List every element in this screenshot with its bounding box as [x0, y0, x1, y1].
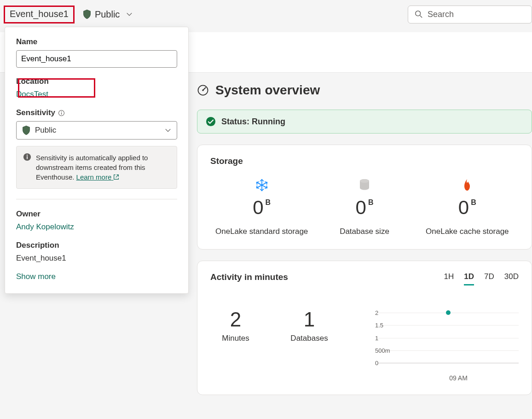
status-banner: Status: Running [197, 110, 532, 134]
storage-value: 0 [253, 197, 263, 219]
sensitivity-value: Public [35, 126, 56, 135]
activity-minutes-stat: 2 Minutes [210, 308, 261, 343]
svg-point-15 [360, 179, 369, 183]
sensitivity-label: Public [95, 9, 120, 20]
owner-field-label: Owner [16, 210, 177, 219]
svg-rect-7 [27, 156, 28, 159]
storage-value: 0 [356, 197, 366, 219]
owner-link[interactable]: Andy Kopelowitz [16, 222, 177, 232]
snowflake-icon [255, 179, 268, 192]
info-icon[interactable] [58, 110, 65, 116]
sensitivity-field-label: Sensitivity [16, 108, 177, 117]
name-input[interactable] [16, 50, 177, 68]
storage-database-size: 0B Database size [313, 178, 416, 236]
stat-value: 2 [210, 308, 261, 331]
range-tab-1d[interactable]: 1D [464, 272, 474, 285]
chevron-down-icon [165, 127, 171, 134]
chevron-down-icon [126, 11, 133, 17]
location-field-label: Location [16, 77, 177, 86]
shield-icon [83, 9, 91, 19]
search-icon [415, 10, 423, 18]
activity-databases-stat: 1 Databases [284, 308, 335, 343]
panel-divider [16, 199, 177, 199]
stat-value: 1 [284, 308, 335, 331]
sensitivity-info-box: Sensitivity is automatically applied to … [16, 146, 177, 189]
storage-value: 0 [458, 197, 469, 219]
main-content: System overview Status: Running Storage [197, 83, 532, 406]
storage-card: Storage 0B OneLa [197, 145, 532, 250]
svg-point-9 [202, 89, 204, 91]
storage-unit: B [368, 198, 374, 206]
check-circle-icon [206, 116, 216, 127]
activity-card: Activity in minutes 1H 1D 7D 30D 2 Minut… [197, 261, 532, 395]
properties-panel: Name Location DocsTest Sensitivity Publi… [5, 27, 189, 294]
range-tab-1h[interactable]: 1H [444, 272, 454, 285]
chart-plot-area: 2 1.5 1 500m 0 [378, 313, 519, 363]
status-text: Status: Running [221, 117, 285, 127]
svg-line-1 [420, 16, 422, 18]
range-tab-7d[interactable]: 7D [484, 272, 494, 285]
storage-label: OneLake standard storage [210, 227, 313, 236]
shield-icon [22, 125, 30, 135]
activity-title: Activity in minutes [210, 272, 288, 282]
storage-onelake-standard: 0B OneLake standard storage [210, 178, 313, 236]
storage-unit: B [471, 198, 476, 206]
search-placeholder: Search [428, 10, 454, 19]
learn-more-link[interactable]: Learn more [76, 173, 120, 181]
description-field-label: Description [16, 241, 177, 250]
svg-point-10 [206, 117, 215, 126]
svg-point-0 [416, 11, 421, 16]
storage-label: Database size [313, 227, 416, 236]
chart-point [446, 310, 451, 315]
storage-unit: B [266, 198, 271, 206]
description-value: Event_house1 [16, 254, 177, 263]
external-link-icon [113, 174, 119, 180]
eventhouse-title[interactable]: Event_house1 [4, 6, 75, 23]
range-tab-30d[interactable]: 30D [504, 272, 519, 285]
svg-rect-4 [61, 112, 62, 115]
stat-label: Minutes [210, 334, 261, 343]
x-tick: 09 AM [449, 374, 468, 382]
storage-label: OneLake cache storage [416, 227, 519, 236]
location-link[interactable]: DocsTest [16, 90, 177, 99]
name-field-label: Name [16, 37, 177, 47]
top-bar: Event_house1 Public Search [0, 0, 532, 29]
overview-title: System overview [215, 83, 320, 98]
activity-chart: 2 1.5 1 500m 0 09 AM [358, 308, 519, 382]
gauge-icon [197, 84, 209, 96]
search-input[interactable]: Search [408, 6, 532, 23]
flame-icon [462, 179, 472, 192]
sensitivity-dropdown[interactable]: Public [83, 9, 133, 20]
time-range-tabs: 1H 1D 7D 30D [444, 272, 519, 285]
info-icon [23, 153, 31, 161]
svg-point-6 [27, 155, 28, 156]
sensitivity-select[interactable]: Public [16, 121, 177, 140]
stat-label: Databases [284, 334, 335, 343]
storage-title: Storage [210, 156, 519, 166]
database-icon [359, 179, 370, 192]
storage-onelake-cache: 0B OneLake cache storage [416, 178, 519, 236]
show-more-link[interactable]: Show more [16, 272, 177, 281]
svg-point-3 [61, 111, 62, 112]
